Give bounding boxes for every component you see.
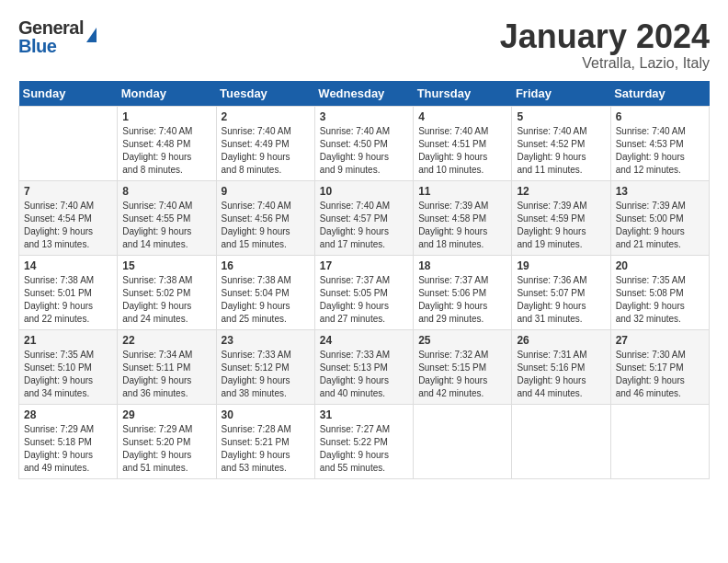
day-info: Sunrise: 7:40 AMSunset: 4:54 PMDaylight:… — [24, 200, 112, 251]
day-number: 24 — [320, 334, 408, 347]
day-info: Sunrise: 7:40 AMSunset: 4:50 PMDaylight:… — [320, 125, 408, 177]
day-info: Sunrise: 7:40 AMSunset: 4:57 PMDaylight:… — [320, 200, 408, 251]
calendar-cell — [19, 106, 118, 180]
calendar-cell: 20Sunrise: 7:35 AMSunset: 5:08 PMDayligh… — [610, 255, 709, 329]
day-info: Sunrise: 7:33 AMSunset: 5:13 PMDaylight:… — [320, 349, 408, 400]
calendar-cell: 15Sunrise: 7:38 AMSunset: 5:02 PMDayligh… — [118, 255, 216, 329]
calendar-cell: 23Sunrise: 7:33 AMSunset: 5:12 PMDayligh… — [216, 329, 314, 404]
day-info: Sunrise: 7:38 AMSunset: 5:01 PMDaylight:… — [24, 274, 112, 326]
calendar-cell: 29Sunrise: 7:29 AMSunset: 5:20 PMDayligh… — [118, 404, 216, 478]
calendar-cell: 22Sunrise: 7:34 AMSunset: 5:11 PMDayligh… — [118, 329, 216, 404]
calendar-cell: 5Sunrise: 7:40 AMSunset: 4:52 PMDaylight… — [512, 106, 610, 180]
day-number: 6 — [616, 110, 704, 123]
day-info: Sunrise: 7:40 AMSunset: 4:49 PMDaylight:… — [222, 125, 310, 177]
day-number: 14 — [24, 259, 112, 272]
day-number: 23 — [222, 334, 310, 347]
day-info: Sunrise: 7:36 AMSunset: 5:07 PMDaylight:… — [517, 274, 605, 326]
day-info: Sunrise: 7:28 AMSunset: 5:21 PMDaylight:… — [222, 423, 310, 475]
calendar-cell: 28Sunrise: 7:29 AMSunset: 5:18 PMDayligh… — [19, 404, 118, 478]
col-header-friday: Friday — [512, 81, 610, 107]
day-info: Sunrise: 7:29 AMSunset: 5:20 PMDaylight:… — [122, 423, 210, 475]
calendar-cell: 13Sunrise: 7:39 AMSunset: 5:00 PMDayligh… — [610, 180, 709, 255]
day-number: 11 — [418, 185, 506, 198]
calendar-cell — [414, 404, 512, 478]
calendar-cell: 19Sunrise: 7:36 AMSunset: 5:07 PMDayligh… — [512, 255, 610, 329]
day-number: 10 — [320, 185, 408, 198]
logo-triangle-icon — [86, 28, 97, 42]
calendar-cell: 6Sunrise: 7:40 AMSunset: 4:53 PMDaylight… — [610, 106, 709, 180]
day-number: 25 — [418, 334, 506, 347]
day-info: Sunrise: 7:31 AMSunset: 5:16 PMDaylight:… — [517, 349, 605, 400]
day-info: Sunrise: 7:35 AMSunset: 5:10 PMDaylight:… — [24, 349, 112, 400]
calendar-week-row: 28Sunrise: 7:29 AMSunset: 5:18 PMDayligh… — [19, 404, 710, 478]
calendar-cell: 26Sunrise: 7:31 AMSunset: 5:16 PMDayligh… — [512, 329, 610, 404]
location-subtitle: Vetralla, Lazio, Italy — [500, 55, 710, 72]
day-info: Sunrise: 7:33 AMSunset: 5:12 PMDaylight:… — [222, 349, 310, 400]
calendar-header-row: SundayMondayTuesdayWednesdayThursdayFrid… — [19, 81, 710, 107]
calendar-cell — [512, 404, 610, 478]
calendar-cell: 14Sunrise: 7:38 AMSunset: 5:01 PMDayligh… — [19, 255, 118, 329]
day-number: 30 — [222, 408, 310, 421]
day-number: 29 — [122, 408, 210, 421]
calendar-cell: 1Sunrise: 7:40 AMSunset: 4:48 PMDaylight… — [118, 106, 216, 180]
day-info: Sunrise: 7:37 AMSunset: 5:05 PMDaylight:… — [320, 274, 408, 326]
day-number: 12 — [517, 185, 605, 198]
calendar-cell: 4Sunrise: 7:40 AMSunset: 4:51 PMDaylight… — [414, 106, 512, 180]
calendar-cell — [610, 404, 709, 478]
calendar-week-row: 14Sunrise: 7:38 AMSunset: 5:01 PMDayligh… — [19, 255, 710, 329]
calendar-table: SundayMondayTuesdayWednesdayThursdayFrid… — [18, 81, 710, 479]
calendar-cell: 21Sunrise: 7:35 AMSunset: 5:10 PMDayligh… — [19, 329, 118, 404]
day-number: 2 — [222, 110, 310, 123]
day-info: Sunrise: 7:35 AMSunset: 5:08 PMDaylight:… — [616, 274, 704, 326]
calendar-cell: 30Sunrise: 7:28 AMSunset: 5:21 PMDayligh… — [216, 404, 314, 478]
day-number: 27 — [616, 334, 704, 347]
page-header: General Blue January 2024 Vetralla, Lazi… — [18, 18, 710, 72]
day-number: 20 — [616, 259, 704, 272]
calendar-week-row: 1Sunrise: 7:40 AMSunset: 4:48 PMDaylight… — [19, 106, 710, 180]
calendar-cell: 8Sunrise: 7:40 AMSunset: 4:55 PMDaylight… — [118, 180, 216, 255]
day-number: 7 — [24, 185, 112, 198]
calendar-cell: 11Sunrise: 7:39 AMSunset: 4:58 PMDayligh… — [414, 180, 512, 255]
day-number: 19 — [517, 259, 605, 272]
logo-blue: Blue — [18, 37, 84, 55]
day-number: 13 — [616, 185, 704, 198]
calendar-cell: 2Sunrise: 7:40 AMSunset: 4:49 PMDaylight… — [216, 106, 314, 180]
day-info: Sunrise: 7:27 AMSunset: 5:22 PMDaylight:… — [320, 423, 408, 475]
calendar-cell: 27Sunrise: 7:30 AMSunset: 5:17 PMDayligh… — [610, 329, 709, 404]
col-header-thursday: Thursday — [414, 81, 512, 107]
calendar-week-row: 7Sunrise: 7:40 AMSunset: 4:54 PMDaylight… — [19, 180, 710, 255]
day-info: Sunrise: 7:39 AMSunset: 4:58 PMDaylight:… — [418, 200, 506, 251]
day-number: 28 — [24, 408, 112, 421]
calendar-cell: 9Sunrise: 7:40 AMSunset: 4:56 PMDaylight… — [216, 180, 314, 255]
calendar-week-row: 21Sunrise: 7:35 AMSunset: 5:10 PMDayligh… — [19, 329, 710, 404]
calendar-cell: 16Sunrise: 7:38 AMSunset: 5:04 PMDayligh… — [216, 255, 314, 329]
calendar-cell: 24Sunrise: 7:33 AMSunset: 5:13 PMDayligh… — [314, 329, 413, 404]
day-number: 3 — [320, 110, 408, 123]
calendar-cell: 7Sunrise: 7:40 AMSunset: 4:54 PMDaylight… — [19, 180, 118, 255]
calendar-cell: 12Sunrise: 7:39 AMSunset: 4:59 PMDayligh… — [512, 180, 610, 255]
day-info: Sunrise: 7:38 AMSunset: 5:02 PMDaylight:… — [122, 274, 210, 326]
logo-text: General Blue — [18, 18, 84, 55]
day-info: Sunrise: 7:39 AMSunset: 5:00 PMDaylight:… — [616, 200, 704, 251]
logo-general: General — [18, 18, 84, 37]
day-info: Sunrise: 7:40 AMSunset: 4:53 PMDaylight:… — [616, 125, 704, 177]
day-number: 16 — [222, 259, 310, 272]
title-block: January 2024 Vetralla, Lazio, Italy — [500, 18, 710, 72]
logo: General Blue — [18, 18, 97, 55]
day-number: 21 — [24, 334, 112, 347]
day-info: Sunrise: 7:38 AMSunset: 5:04 PMDaylight:… — [222, 274, 310, 326]
day-info: Sunrise: 7:32 AMSunset: 5:15 PMDaylight:… — [418, 349, 506, 400]
day-number: 22 — [122, 334, 210, 347]
day-number: 9 — [222, 185, 310, 198]
day-number: 26 — [517, 334, 605, 347]
day-info: Sunrise: 7:40 AMSunset: 4:52 PMDaylight:… — [517, 125, 605, 177]
day-number: 4 — [418, 110, 506, 123]
day-number: 18 — [418, 259, 506, 272]
calendar-cell: 3Sunrise: 7:40 AMSunset: 4:50 PMDaylight… — [314, 106, 413, 180]
calendar-cell: 18Sunrise: 7:37 AMSunset: 5:06 PMDayligh… — [414, 255, 512, 329]
col-header-tuesday: Tuesday — [216, 81, 314, 107]
calendar-cell: 17Sunrise: 7:37 AMSunset: 5:05 PMDayligh… — [314, 255, 413, 329]
col-header-saturday: Saturday — [610, 81, 709, 107]
day-info: Sunrise: 7:34 AMSunset: 5:11 PMDaylight:… — [122, 349, 210, 400]
day-number: 5 — [517, 110, 605, 123]
